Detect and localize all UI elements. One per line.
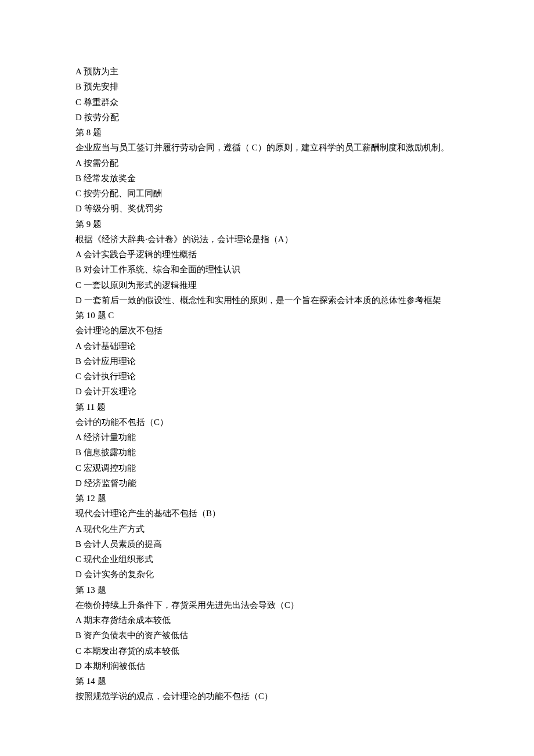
option-a: A 会计基础理论	[75, 339, 459, 354]
option-d: D 一套前后一致的假设性、概念性和实用性的原则，是一个旨在探索会计本质的总体性参…	[75, 293, 459, 308]
option-a: A 会计实践合乎逻辑的理性概括	[75, 247, 459, 262]
option-b: B 会计人员素质的提高	[75, 537, 459, 552]
question-text: 根据《经济大辞典·会计卷》的说法，会计理论是指（A）	[75, 232, 459, 247]
question-text: 现代会计理论产生的基础不包括（B）	[75, 506, 459, 521]
question-heading: 第 14 题	[75, 674, 459, 689]
option-d: D 按劳分配	[75, 110, 459, 125]
question-heading: 第 10 题 C	[75, 308, 459, 323]
option-d: D 会计实务的复杂化	[75, 567, 459, 582]
question-text: 在物价持续上升条件下，存货采用先进先出法会导致（C）	[75, 597, 459, 613]
option-b: B 对会计工作系统、综合和全面的理性认识	[75, 262, 459, 277]
option-c: C 按劳分配、同工同酬	[75, 186, 459, 201]
question-text: 企业应当与员工签订并履行劳动合同，遵循（ C）的原则，建立科学的员工薪酬制度和激…	[75, 140, 459, 155]
option-d: D 经济监督功能	[75, 476, 459, 491]
option-b: B 信息披露功能	[75, 445, 459, 460]
question-text: 按照规范学说的观点，会计理论的功能不包括（C）	[75, 689, 459, 704]
option-a: A 预防为主	[75, 64, 459, 79]
option-b: B 预先安排	[75, 79, 459, 94]
option-b: B 资产负债表中的资产被低估	[75, 628, 459, 643]
question-heading: 第 9 题	[75, 217, 459, 232]
option-c: C 本期发出存货的成本较低	[75, 643, 459, 658]
option-c: C 现代企业组织形式	[75, 552, 459, 567]
option-a: A 期末存货结余成本较低	[75, 613, 459, 628]
option-c: C 宏观调控功能	[75, 460, 459, 476]
question-heading: 第 8 题	[75, 125, 459, 140]
option-c: C 会计执行理论	[75, 369, 459, 384]
option-a: A 经济计量功能	[75, 430, 459, 445]
option-a: A 现代化生产方式	[75, 521, 459, 537]
option-d: D 本期利润被低估	[75, 658, 459, 674]
option-b: B 经常发放奖金	[75, 171, 459, 186]
option-a: A 按需分配	[75, 156, 459, 171]
option-c: C 尊重群众	[75, 95, 459, 110]
question-text: 会计的功能不包括（C）	[75, 415, 459, 430]
document-page: A 预防为主 B 预先安排 C 尊重群众 D 按劳分配 第 8 题 企业应当与员…	[0, 0, 534, 756]
option-b: B 会计应用理论	[75, 354, 459, 369]
question-heading: 第 13 题	[75, 582, 459, 597]
option-c: C 一套以原则为形式的逻辑推理	[75, 278, 459, 293]
question-text: 会计理论的层次不包括	[75, 323, 459, 338]
question-heading: 第 11 题	[75, 399, 459, 415]
option-d: D 会计开发理论	[75, 384, 459, 399]
option-d: D 等级分明、奖优罚劣	[75, 201, 459, 216]
question-heading: 第 12 题	[75, 491, 459, 506]
